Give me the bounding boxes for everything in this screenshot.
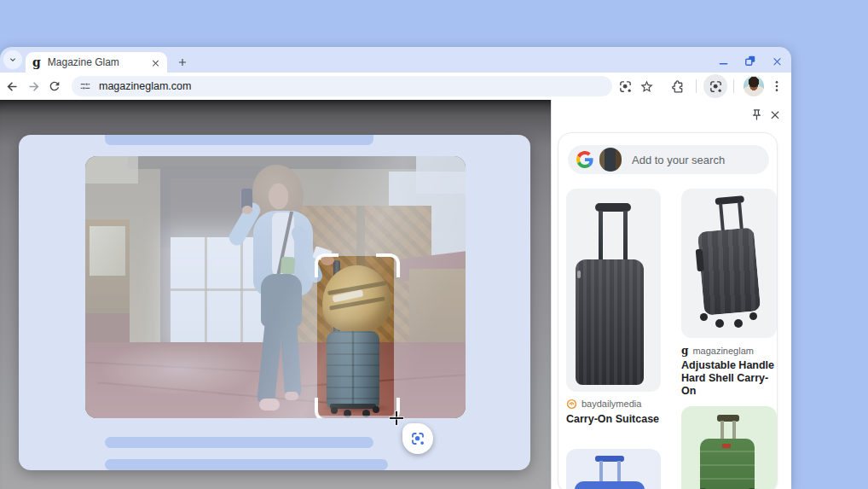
screen: { "browser": { "tab_title": "Magazine Gl… bbox=[0, 0, 868, 489]
tab-close-icon[interactable] bbox=[151, 58, 160, 67]
restore-icon bbox=[744, 55, 756, 67]
lens-icon bbox=[410, 431, 425, 446]
crosshair-line bbox=[390, 417, 403, 419]
tab-magazine-glam[interactable]: g Magazine Glam bbox=[26, 52, 167, 73]
selected-image-thumbnail bbox=[599, 148, 622, 172]
suitcase-wheel bbox=[715, 319, 724, 328]
forward-button[interactable] bbox=[25, 78, 42, 95]
window-restore-button[interactable] bbox=[744, 54, 757, 67]
product-source-label: baydailymedia bbox=[582, 399, 641, 409]
product-source[interactable]: baydailymedia bbox=[566, 397, 663, 410]
minimize-icon bbox=[718, 55, 729, 67]
search-placeholder: Add to your search bbox=[632, 154, 725, 166]
suitcase-handle-strut bbox=[738, 202, 744, 230]
product-image-card[interactable] bbox=[681, 406, 777, 489]
chevron-down-icon bbox=[8, 55, 18, 65]
lens-selection-region[interactable] bbox=[317, 256, 394, 416]
suitcase-handle-strut bbox=[617, 461, 621, 483]
suitcase-body bbox=[575, 481, 645, 489]
product-image-card[interactable] bbox=[566, 189, 661, 392]
product-title[interactable]: Carry-On Suitcase bbox=[566, 413, 663, 426]
pin-icon bbox=[750, 108, 763, 121]
window-minimize-button[interactable] bbox=[716, 54, 730, 67]
suitcase-wheel bbox=[734, 319, 743, 328]
close-icon bbox=[769, 108, 781, 120]
skeleton-bar bbox=[105, 437, 373, 448]
hero-photo[interactable] bbox=[85, 156, 466, 418]
skeleton-bar bbox=[105, 135, 373, 145]
url-text: magazineglam.com bbox=[99, 80, 191, 92]
browser-menu-button[interactable] bbox=[768, 78, 785, 95]
product-image-card[interactable] bbox=[681, 189, 777, 338]
back-arrow-icon bbox=[5, 79, 20, 94]
site-favicon: g bbox=[32, 56, 41, 68]
suitcase-body bbox=[576, 259, 644, 385]
suitcase-zipper bbox=[577, 271, 581, 278]
product-image-card[interactable] bbox=[566, 449, 661, 489]
lens-icon bbox=[618, 79, 633, 94]
suitcase-handle-strut bbox=[599, 461, 603, 483]
star-icon bbox=[639, 79, 654, 94]
lens-results-card: Add to your search baydailymedia Carry-O… bbox=[558, 132, 778, 489]
magazineglam-icon: g bbox=[681, 345, 688, 357]
site-settings-icon[interactable] bbox=[79, 80, 91, 92]
selection-bracket[interactable] bbox=[315, 398, 339, 418]
suitcase-wheel bbox=[749, 312, 757, 320]
extensions-button[interactable] bbox=[669, 78, 686, 95]
selection-bracket[interactable] bbox=[315, 253, 339, 277]
toolbar-separator bbox=[733, 79, 734, 93]
google-logo-icon bbox=[576, 151, 593, 168]
product-title[interactable]: Adjustable Handle Hard Shell Carry-On bbox=[681, 359, 778, 398]
lens-search-button[interactable] bbox=[616, 78, 634, 95]
lens-icon bbox=[709, 79, 723, 94]
back-button[interactable] bbox=[3, 78, 20, 95]
lens-side-panel: Add to your search baydailymedia Carry-O… bbox=[551, 100, 791, 489]
suitcase-handle-strut bbox=[599, 211, 603, 260]
tab-title: Magazine Glam bbox=[48, 56, 151, 68]
suitcase-handle-strut bbox=[732, 421, 736, 440]
window-close-button[interactable] bbox=[770, 54, 784, 67]
baydailymedia-icon bbox=[566, 399, 577, 410]
product-source[interactable]: g magazineglam bbox=[681, 344, 778, 358]
suitcase-handle-strut bbox=[720, 421, 724, 440]
light-streak bbox=[85, 156, 466, 418]
toolbar-separator bbox=[696, 79, 697, 93]
pin-panel-button[interactable] bbox=[749, 108, 763, 121]
browser-window: g Magazine Glam magazineglam.com bbox=[0, 47, 791, 489]
reload-icon bbox=[48, 79, 61, 93]
new-tab-button[interactable] bbox=[173, 53, 192, 72]
suitcase-angled-group bbox=[692, 195, 767, 328]
lens-panel-toggle-button[interactable] bbox=[703, 74, 727, 98]
page-viewport bbox=[0, 100, 551, 489]
forward-arrow-icon bbox=[26, 79, 41, 94]
profile-avatar[interactable] bbox=[744, 76, 764, 96]
lens-search-bar[interactable]: Add to your search bbox=[568, 145, 769, 174]
suitcase-handle-strut bbox=[719, 203, 725, 230]
selection-bracket[interactable] bbox=[376, 253, 400, 277]
crosshair-cursor bbox=[390, 411, 403, 425]
three-dot-menu-icon bbox=[770, 79, 784, 93]
bookmark-button[interactable] bbox=[638, 78, 655, 95]
tab-search-button[interactable] bbox=[3, 50, 22, 69]
reload-button[interactable] bbox=[46, 78, 63, 95]
suitcase-body bbox=[697, 227, 761, 315]
suitcase-logo-patch bbox=[722, 444, 731, 448]
close-panel-button[interactable] bbox=[768, 108, 782, 121]
product-source-label: magazineglam bbox=[692, 346, 754, 356]
extensions-puzzle-icon bbox=[671, 79, 686, 94]
address-bar[interactable]: magazineglam.com bbox=[72, 76, 612, 96]
lens-select-button[interactable] bbox=[402, 423, 433, 454]
webpage-card bbox=[19, 135, 530, 470]
skeleton-bar bbox=[105, 459, 388, 470]
suitcase-wheel bbox=[700, 313, 708, 321]
plus-icon bbox=[176, 56, 188, 68]
suitcase-handle-strut bbox=[623, 211, 628, 260]
close-icon bbox=[772, 55, 783, 67]
